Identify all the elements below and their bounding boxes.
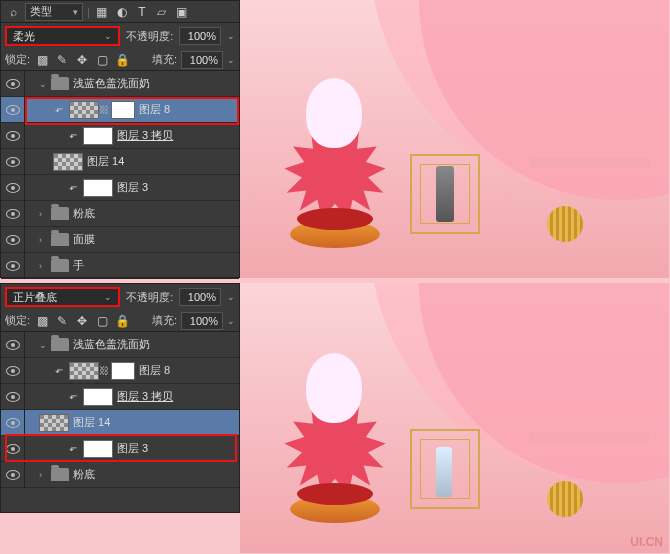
- group-name[interactable]: 浅蓝色盖洗面奶: [73, 76, 150, 91]
- eye-icon: [6, 131, 20, 141]
- layer-row[interactable]: ⬐图层 3 拷贝: [1, 384, 239, 410]
- chevron-down-icon[interactable]: ⌄: [227, 292, 235, 302]
- fill-input[interactable]: 100%: [181, 51, 223, 69]
- chevron-down-icon[interactable]: ⌄: [227, 55, 235, 65]
- layers-panel-top: ⌕ 类型▾ | ▦ ◐ T ▱ ▣ 柔光⌄ 不透明度: 100% ⌄ 锁定: ▩…: [0, 0, 240, 278]
- canvas-preview-top: [240, 0, 669, 278]
- layer-name[interactable]: 图层 3: [117, 180, 148, 195]
- visibility-toggle[interactable]: [1, 332, 25, 358]
- layers-list: ⌄ 浅蓝色盖洗面奶 ⬐⛓图层 8⬐图层 3 拷贝图层 14⬐图层 3 ›粉底›面…: [1, 71, 239, 279]
- layer-row[interactable]: ⬐⛓图层 8: [1, 97, 239, 123]
- lock-artboard-icon[interactable]: ▢: [94, 313, 110, 329]
- facemask-graphic: [306, 78, 362, 148]
- chevron-down-icon[interactable]: ⌄: [227, 31, 235, 41]
- layer-group[interactable]: ⌄ 浅蓝色盖洗面奶: [1, 71, 239, 97]
- chevron-down-icon[interactable]: ⌄: [227, 316, 235, 326]
- layer-name[interactable]: 图层 3 拷贝: [117, 389, 173, 404]
- disclosure-icon[interactable]: ›: [39, 209, 51, 219]
- disclosure-icon[interactable]: ⌄: [39, 79, 51, 89]
- layer-name[interactable]: 图层 14: [87, 154, 124, 169]
- layer-name[interactable]: 图层 8: [139, 102, 170, 117]
- lock-move-icon[interactable]: ✥: [74, 313, 90, 329]
- layer-name[interactable]: 图层 8: [139, 363, 170, 378]
- layer-name[interactable]: 图层 3: [117, 441, 148, 456]
- disclosure-icon[interactable]: ›: [39, 261, 51, 271]
- lock-row: 锁定: ▩ ✎ ✥ ▢ 🔒 填充: 100% ⌄: [1, 49, 239, 71]
- eye-icon: [6, 157, 20, 167]
- lantern-graphic: [547, 481, 583, 517]
- disclosure-icon[interactable]: ⌄: [39, 340, 51, 350]
- visibility-toggle[interactable]: [1, 410, 25, 436]
- filter-text-icon[interactable]: T: [134, 4, 150, 20]
- visibility-toggle[interactable]: [1, 97, 25, 123]
- layer-group[interactable]: ›粉底: [1, 201, 239, 227]
- visibility-toggle[interactable]: [1, 384, 25, 410]
- group-name[interactable]: 粉底: [73, 467, 95, 482]
- eye-icon: [6, 235, 20, 245]
- layer-row[interactable]: ⬐图层 3 拷贝: [1, 123, 239, 149]
- lock-trans-icon[interactable]: ▩: [34, 52, 50, 68]
- fill-input[interactable]: 100%: [181, 312, 223, 330]
- product-tube-graphic: [436, 166, 454, 222]
- layer-thumbnail: [69, 362, 99, 380]
- visibility-toggle[interactable]: [1, 149, 25, 175]
- opacity-input[interactable]: 100%: [179, 288, 221, 306]
- layer-row[interactable]: 图层 14: [1, 410, 239, 436]
- layer-thumbnail: [39, 414, 69, 432]
- filter-shape-icon[interactable]: ▱: [154, 4, 170, 20]
- layer-group[interactable]: ⌄ 浅蓝色盖洗面奶: [1, 332, 239, 358]
- blend-mode-dropdown[interactable]: 柔光⌄: [5, 26, 120, 46]
- layer-group[interactable]: ›粉底: [1, 462, 239, 488]
- lock-move-icon[interactable]: ✥: [74, 52, 90, 68]
- filter-pixel-icon[interactable]: ▦: [94, 4, 110, 20]
- visibility-toggle[interactable]: [1, 227, 25, 253]
- lock-all-icon[interactable]: 🔒: [114, 52, 130, 68]
- group-name[interactable]: 面膜: [73, 232, 95, 247]
- facemask-graphic: [306, 353, 362, 423]
- visibility-toggle[interactable]: [1, 462, 25, 488]
- layer-row[interactable]: ⬐⛓图层 8: [1, 358, 239, 384]
- layer-thumbnail: [69, 101, 99, 119]
- visibility-toggle[interactable]: [1, 253, 25, 279]
- visibility-toggle[interactable]: [1, 436, 25, 462]
- layer-thumbnail: [83, 388, 113, 406]
- chevron-down-icon: ▾: [73, 7, 78, 17]
- group-name[interactable]: 浅蓝色盖洗面奶: [73, 337, 150, 352]
- visibility-toggle[interactable]: [1, 358, 25, 384]
- filter-smart-icon[interactable]: ▣: [174, 4, 190, 20]
- layers-panel-bottom: 正片叠底⌄ 不透明度: 100% ⌄ 锁定: ▩ ✎ ✥ ▢ 🔒 填充: 100…: [0, 283, 240, 513]
- layer-group[interactable]: ›面膜: [1, 227, 239, 253]
- group-name[interactable]: 手: [73, 258, 84, 273]
- group-name[interactable]: 粉底: [73, 206, 95, 221]
- layer-name[interactable]: 图层 14: [73, 415, 110, 430]
- layer-name[interactable]: 图层 3 拷贝: [117, 128, 173, 143]
- eye-icon: [6, 366, 20, 376]
- lock-all-icon[interactable]: 🔒: [114, 313, 130, 329]
- lock-artboard-icon[interactable]: ▢: [94, 52, 110, 68]
- layer-row[interactable]: 图层 14: [1, 149, 239, 175]
- layer-row[interactable]: ⬐图层 3: [1, 436, 239, 462]
- search-icon: ⌕: [5, 4, 21, 20]
- disclosure-icon[interactable]: ›: [39, 470, 51, 480]
- blend-mode-dropdown[interactable]: 正片叠底⌄: [5, 287, 120, 307]
- filter-type-dropdown[interactable]: 类型▾: [25, 3, 83, 21]
- folder-icon: [51, 468, 69, 481]
- layer-mask: [111, 362, 135, 380]
- folder-icon: [51, 233, 69, 246]
- visibility-toggle[interactable]: [1, 71, 25, 97]
- visibility-toggle[interactable]: [1, 123, 25, 149]
- lock-brush-icon[interactable]: ✎: [54, 52, 70, 68]
- opacity-input[interactable]: 100%: [179, 27, 221, 45]
- opacity-label: 不透明度:: [126, 29, 173, 44]
- filter-adjust-icon[interactable]: ◐: [114, 4, 130, 20]
- lock-trans-icon[interactable]: ▩: [34, 313, 50, 329]
- link-icon: ⛓: [99, 365, 109, 376]
- disclosure-icon[interactable]: ›: [39, 235, 51, 245]
- eye-icon: [6, 392, 20, 402]
- layer-row[interactable]: ⬐图层 3: [1, 175, 239, 201]
- eye-icon: [6, 470, 20, 480]
- lock-brush-icon[interactable]: ✎: [54, 313, 70, 329]
- visibility-toggle[interactable]: [1, 175, 25, 201]
- layer-group[interactable]: ›手: [1, 253, 239, 279]
- visibility-toggle[interactable]: [1, 201, 25, 227]
